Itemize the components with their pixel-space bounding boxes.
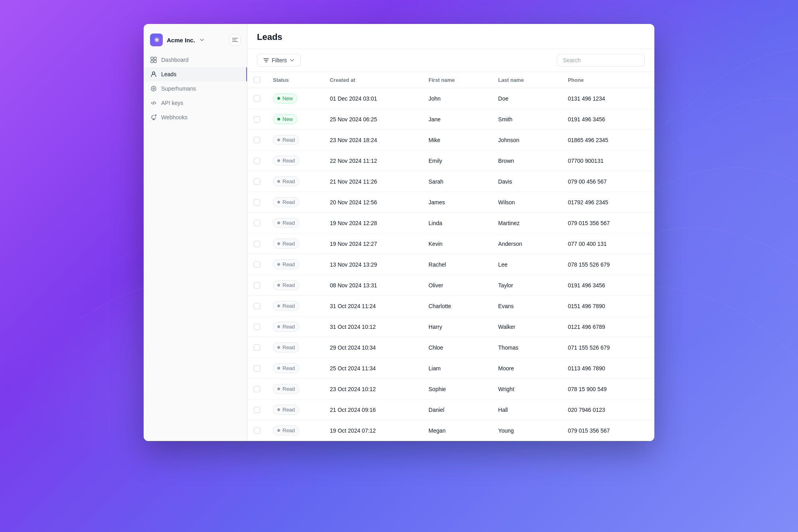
row-first-name: Daniel bbox=[422, 399, 492, 420]
chevron-down-icon bbox=[199, 37, 205, 43]
leads-icon bbox=[150, 71, 157, 78]
filters-button[interactable]: Filters bbox=[257, 54, 301, 67]
row-phone: 01865 496 2345 bbox=[561, 130, 654, 150]
row-phone: 0121 496 6789 bbox=[561, 316, 654, 337]
row-checkbox-cell bbox=[247, 192, 267, 213]
table-row[interactable]: Read 19 Oct 2024 07:12 Megan Young 079 0… bbox=[247, 420, 654, 441]
row-status: Read bbox=[267, 337, 324, 358]
row-checkbox[interactable] bbox=[254, 137, 260, 143]
webhooks-icon bbox=[150, 114, 157, 121]
table-row[interactable]: Read 08 Nov 2024 13:31 Oliver Taylor 019… bbox=[247, 275, 654, 296]
status-badge: Read bbox=[273, 342, 299, 352]
row-checkbox[interactable] bbox=[254, 241, 260, 247]
sidebar-item-superhumans[interactable]: Superhumans bbox=[144, 81, 247, 96]
table-row[interactable]: Read 23 Nov 2024 18:24 Mike Johnson 0186… bbox=[247, 130, 654, 150]
status-dot bbox=[277, 284, 280, 287]
row-checkbox[interactable] bbox=[254, 116, 260, 123]
row-checkbox[interactable] bbox=[254, 220, 260, 226]
status-dot bbox=[277, 429, 280, 432]
brand-name: Acme Inc. bbox=[167, 37, 195, 44]
toolbar: Filters bbox=[247, 49, 654, 72]
row-checkbox[interactable] bbox=[254, 158, 260, 164]
status-badge: Read bbox=[273, 197, 299, 207]
row-checkbox-cell bbox=[247, 420, 267, 441]
table-row[interactable]: Read 21 Oct 2024 09:16 Daniel Hall 020 7… bbox=[247, 399, 654, 420]
row-created-at: 31 Oct 2024 10:12 bbox=[324, 316, 422, 337]
table-row[interactable]: Read 13 Nov 2024 13:29 Rachel Lee 078 15… bbox=[247, 254, 654, 275]
table-row[interactable]: Read 20 Nov 2024 12:56 James Wilson 0179… bbox=[247, 192, 654, 213]
page-header: Leads bbox=[247, 24, 654, 49]
status-badge: Read bbox=[273, 135, 299, 145]
table-row[interactable]: Read 31 Oct 2024 10:12 Harry Walker 0121… bbox=[247, 316, 654, 337]
row-created-at: 08 Nov 2024 13:31 bbox=[324, 275, 422, 296]
sidebar-brand[interactable]: ✳ Acme Inc. bbox=[150, 34, 205, 46]
row-created-at: 21 Nov 2024 11:26 bbox=[324, 171, 422, 192]
table-row[interactable]: Read 21 Nov 2024 11:26 Sarah Davis 079 0… bbox=[247, 171, 654, 192]
row-first-name: Chloe bbox=[422, 337, 492, 358]
table-row[interactable]: Read 19 Nov 2024 12:28 Linda Martinez 07… bbox=[247, 213, 654, 233]
row-checkbox[interactable] bbox=[254, 407, 260, 413]
row-checkbox[interactable] bbox=[254, 95, 260, 102]
dashboard-icon bbox=[150, 56, 157, 63]
table-row[interactable]: Read 23 Oct 2024 10:12 Sophie Wright 078… bbox=[247, 379, 654, 399]
status-dot bbox=[277, 408, 280, 411]
row-checkbox[interactable] bbox=[254, 324, 260, 330]
row-phone: 077 00 400 131 bbox=[561, 233, 654, 254]
filters-chevron-icon bbox=[289, 57, 295, 63]
row-checkbox-cell bbox=[247, 171, 267, 192]
svg-line-10 bbox=[153, 101, 154, 105]
row-checkbox[interactable] bbox=[254, 427, 260, 434]
row-checkbox-cell bbox=[247, 150, 267, 171]
row-checkbox[interactable] bbox=[254, 178, 260, 185]
select-all-checkbox[interactable] bbox=[254, 77, 260, 83]
search-input[interactable] bbox=[557, 54, 645, 67]
row-status: Read bbox=[267, 213, 324, 233]
svg-point-9 bbox=[153, 88, 154, 89]
table-row[interactable]: New 01 Dec 2024 03:01 John Doe 0131 496 … bbox=[247, 88, 654, 109]
table-row[interactable]: Read 31 Oct 2024 11:24 Charlotte Evans 0… bbox=[247, 296, 654, 316]
row-last-name: Brown bbox=[492, 150, 562, 171]
app-window: ✳ Acme Inc. bbox=[144, 24, 654, 441]
sidebar-item-api-keys[interactable]: API keys bbox=[144, 96, 247, 110]
row-checkbox[interactable] bbox=[254, 303, 260, 309]
row-last-name: Moore bbox=[492, 358, 562, 379]
table-row[interactable]: Read 29 Oct 2024 10:34 Chloe Thomas 071 … bbox=[247, 337, 654, 358]
last-name-column-header: Last name bbox=[492, 72, 562, 88]
row-status: Read bbox=[267, 275, 324, 296]
row-phone: 0191 496 3456 bbox=[561, 109, 654, 130]
sidebar-toggle-button[interactable] bbox=[229, 34, 241, 45]
created-at-column-header: Created at bbox=[324, 72, 422, 88]
row-checkbox-cell bbox=[247, 275, 267, 296]
row-checkbox[interactable] bbox=[254, 344, 260, 351]
svg-rect-4 bbox=[154, 57, 156, 59]
row-first-name: Emily bbox=[422, 150, 492, 171]
row-checkbox-cell bbox=[247, 254, 267, 275]
row-phone: 07700 900131 bbox=[561, 150, 654, 171]
row-checkbox[interactable] bbox=[254, 199, 260, 206]
sidebar-item-leads[interactable]: Leads bbox=[144, 67, 247, 81]
row-phone: 01792 496 2345 bbox=[561, 192, 654, 213]
row-created-at: 19 Nov 2024 12:28 bbox=[324, 213, 422, 233]
row-checkbox-cell bbox=[247, 316, 267, 337]
row-status: Read bbox=[267, 316, 324, 337]
table-row[interactable]: Read 25 Oct 2024 11:34 Liam Moore 0113 4… bbox=[247, 358, 654, 379]
svg-point-7 bbox=[152, 72, 155, 74]
row-status: Read bbox=[267, 254, 324, 275]
row-first-name: Oliver bbox=[422, 275, 492, 296]
row-checkbox[interactable] bbox=[254, 261, 260, 268]
row-checkbox[interactable] bbox=[254, 282, 260, 289]
table-row[interactable]: New 25 Nov 2024 06:25 Jane Smith 0191 49… bbox=[247, 109, 654, 130]
row-checkbox[interactable] bbox=[254, 386, 260, 392]
table-row[interactable]: Read 22 Nov 2024 11:12 Emily Brown 07700… bbox=[247, 150, 654, 171]
sidebar-item-dashboard[interactable]: Dashboard bbox=[144, 53, 247, 67]
row-phone: 0113 496 7890 bbox=[561, 358, 654, 379]
sidebar-item-webhooks[interactable]: Webhooks bbox=[144, 110, 247, 125]
row-checkbox[interactable] bbox=[254, 365, 260, 372]
row-first-name: Harry bbox=[422, 316, 492, 337]
row-checkbox-cell bbox=[247, 233, 267, 254]
table-row[interactable]: Read 19 Nov 2024 12:27 Kevin Anderson 07… bbox=[247, 233, 654, 254]
select-all-header bbox=[247, 72, 267, 88]
api-icon bbox=[150, 99, 157, 107]
sidebar-item-api-keys-label: API keys bbox=[161, 100, 183, 106]
row-first-name: Linda bbox=[422, 213, 492, 233]
